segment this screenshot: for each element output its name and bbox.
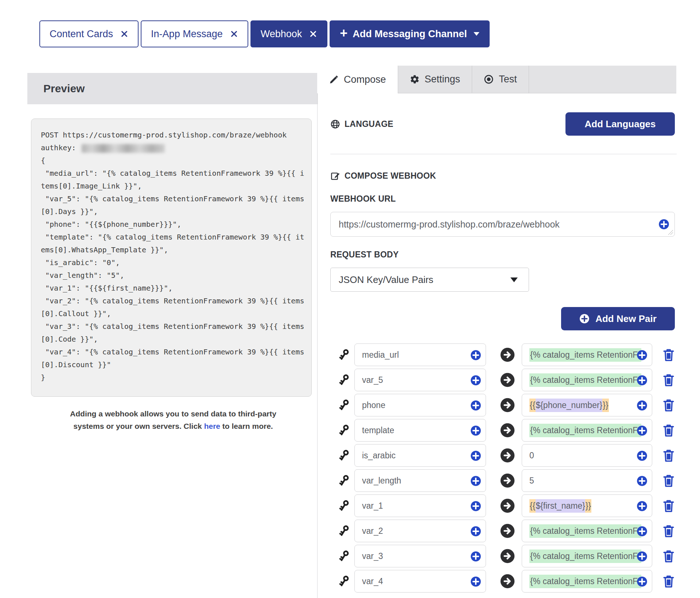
plus-icon: +: [340, 27, 347, 40]
trash-icon[interactable]: [662, 524, 675, 538]
channel-tab-label: In-App Message: [151, 28, 223, 40]
code-line: "media_url": "{% catalog_items Retention…: [41, 167, 308, 180]
language-section: LANGUAGE Add Languages: [330, 112, 675, 136]
plus-circle-icon[interactable]: [470, 425, 481, 436]
plus-circle-icon[interactable]: [470, 501, 481, 512]
webhook-url-input[interactable]: https://customermg-prod.stylishop.com/br…: [330, 212, 675, 237]
code-line: "is_arabic": "0",: [41, 256, 308, 269]
plus-circle-icon[interactable]: [470, 350, 481, 361]
plus-circle-icon[interactable]: [637, 425, 648, 436]
pair-key-input[interactable]: var_2: [354, 520, 486, 542]
pair-value-text: 5: [529, 474, 534, 488]
pair-value-input[interactable]: {% catalog_items RetentionFr: [522, 343, 652, 366]
plus-circle-icon[interactable]: [470, 526, 481, 537]
pair-value-text: }}: [585, 499, 591, 513]
plus-circle-icon[interactable]: [637, 375, 648, 386]
plus-circle-icon[interactable]: [470, 551, 481, 562]
channel-tab-list: Content Cards In-App Message Webhook + A…: [39, 20, 490, 47]
pair-key-text: var_length: [362, 476, 401, 486]
pair-value-input[interactable]: {% catalog_items RetentionFr: [522, 520, 652, 542]
tab-test[interactable]: Test: [472, 66, 529, 93]
tab-settings[interactable]: Settings: [398, 66, 472, 93]
plus-circle-icon[interactable]: [470, 576, 481, 587]
arrow-right-circle-icon: [500, 574, 515, 589]
arrow-right-circle-icon: [500, 498, 515, 513]
learn-more-link[interactable]: here: [204, 422, 220, 430]
pair-value-text: {% catalog_items RetentionFr: [529, 348, 641, 362]
pair-key-input[interactable]: var_3: [354, 545, 486, 567]
plus-circle-icon[interactable]: [637, 475, 648, 486]
redacted-authkey: [82, 144, 165, 153]
close-icon[interactable]: [309, 30, 317, 38]
pair-value-input[interactable]: {% catalog_items RetentionFr: [522, 545, 652, 567]
plus-circle-icon[interactable]: [637, 551, 648, 562]
pair-key-input[interactable]: is_arabic: [354, 444, 486, 467]
close-icon[interactable]: [120, 30, 128, 38]
plus-circle-icon[interactable]: [470, 475, 481, 486]
pair-value-text: 0: [529, 449, 534, 462]
plus-circle-icon[interactable]: [470, 400, 481, 411]
trash-icon[interactable]: [662, 348, 675, 362]
plus-circle-icon[interactable]: [637, 450, 648, 461]
plus-circle-icon[interactable]: [637, 501, 648, 512]
trash-icon[interactable]: [662, 474, 675, 488]
plus-circle-icon[interactable]: [637, 576, 648, 587]
trash-icon[interactable]: [662, 574, 675, 588]
pair-value-input[interactable]: {% catalog_items RetentionFr: [522, 419, 652, 442]
request-body-value: JSON Key/Value Pairs: [339, 274, 433, 286]
plus-circle-icon[interactable]: [470, 450, 481, 461]
pair-key-input[interactable]: var_5: [354, 369, 486, 391]
channel-tab[interactable]: Webhook: [250, 20, 328, 47]
pair-row: var_3 {% catalog_items RetentionFr: [330, 545, 676, 567]
trash-icon[interactable]: [662, 373, 675, 387]
pair-value-input[interactable]: 5: [522, 469, 652, 492]
trash-icon[interactable]: [662, 398, 675, 412]
plus-circle-icon[interactable]: [470, 375, 481, 386]
webhook-url-value: https://customermg-prod.stylishop.com/br…: [339, 219, 560, 230]
add-new-pair-button[interactable]: Add New Pair: [561, 307, 675, 330]
tab-compose[interactable]: Compose: [317, 66, 398, 93]
code-line: "var_1": "{{${first_name}}}",: [41, 282, 308, 295]
webhook-help-note: Adding a webhook allows you to send data…: [57, 408, 290, 432]
add-languages-button[interactable]: Add Languages: [565, 112, 675, 136]
pair-value-input[interactable]: {% catalog_items RetentionFr: [522, 369, 652, 391]
trash-icon[interactable]: [662, 448, 675, 462]
trash-icon[interactable]: [662, 549, 675, 563]
trash-icon[interactable]: [662, 499, 675, 513]
plus-circle-icon[interactable]: [637, 526, 648, 537]
pair-row: var_1 {{${first_name}}}: [330, 494, 676, 517]
request-body-select[interactable]: JSON Key/Value Pairs: [330, 268, 529, 292]
channel-tab[interactable]: Content Cards: [39, 20, 139, 47]
pair-value-text: ${phone_number}: [536, 399, 602, 412]
code-line: "var_3": "{% catalog_items RetentionFram…: [41, 320, 308, 333]
arrow-right-circle-icon: [500, 523, 515, 539]
channel-tab[interactable]: In-App Message: [141, 20, 248, 47]
plus-circle-icon[interactable]: [658, 219, 669, 230]
key-icon: [338, 575, 351, 588]
resize-grip[interactable]: [668, 229, 673, 235]
key-icon: [338, 524, 351, 537]
pair-key-input[interactable]: var_4: [354, 570, 486, 593]
pair-key-input[interactable]: template: [354, 419, 486, 442]
add-messaging-channel-button[interactable]: + Add Messaging Channel: [330, 20, 490, 47]
trash-icon[interactable]: [662, 423, 675, 437]
pair-value-input[interactable]: {{${first_name}}}: [522, 494, 652, 517]
pair-key-input[interactable]: var_1: [354, 494, 486, 517]
plus-circle-icon[interactable]: [637, 350, 648, 361]
pair-key-input[interactable]: media_url: [354, 343, 486, 366]
pair-value-input[interactable]: {{${phone_number}}}: [522, 394, 652, 416]
close-icon[interactable]: [230, 30, 238, 38]
pair-key-input[interactable]: var_length: [354, 469, 486, 492]
add-messaging-channel-label: Add Messaging Channel: [353, 28, 467, 40]
pair-key-input[interactable]: phone: [354, 394, 486, 416]
plus-circle-icon[interactable]: [637, 400, 648, 411]
pair-key-text: media_url: [362, 350, 399, 360]
pair-row: phone {{${phone_number}}}: [330, 394, 676, 416]
pair-row: var_length 5: [330, 469, 676, 492]
pair-key-text: var_5: [362, 375, 383, 385]
pair-value-input[interactable]: {% catalog_items RetentionFr: [522, 570, 652, 593]
pencil-icon: [329, 75, 339, 85]
pair-key-text: template: [362, 426, 394, 435]
key-icon: [338, 449, 351, 462]
pair-value-input[interactable]: 0: [522, 444, 652, 467]
